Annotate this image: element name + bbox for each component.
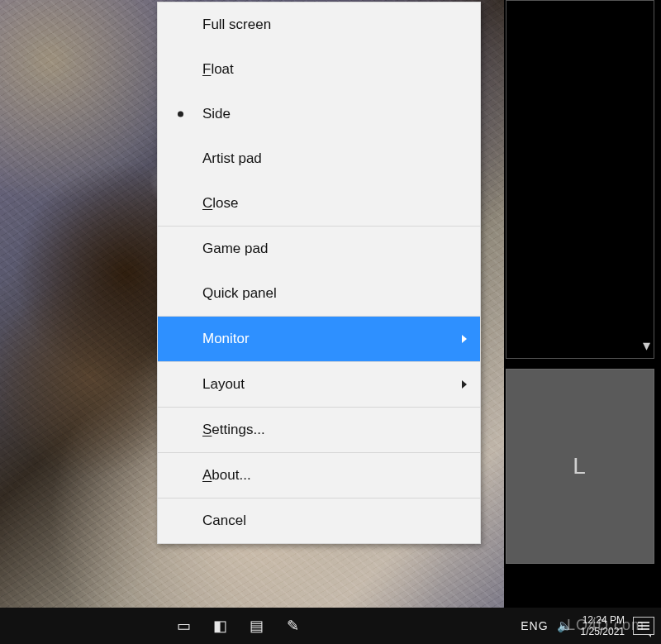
menu-item-label: Monitor <box>202 331 250 347</box>
menu-item-side[interactable]: Side <box>158 92 480 136</box>
menu-item-label: Cancel <box>202 513 246 529</box>
menu-item-settings[interactable]: Settings... <box>158 408 480 452</box>
menu-item-close[interactable]: Close <box>158 181 480 226</box>
action-center-icon[interactable] <box>633 617 654 635</box>
side-panel-lower[interactable]: L <box>506 369 654 564</box>
menu-item-artist-pad[interactable]: Artist pad <box>158 136 480 181</box>
submenu-arrow-icon <box>462 380 467 389</box>
taskbar: ▭ ◧ ▤ ✎ ENG 🔈 12:24 PM 1/25/2021 <box>0 608 661 644</box>
menu-item-full-screen[interactable]: Full screen <box>158 2 480 47</box>
menu-item-cancel[interactable]: Cancel <box>158 499 480 543</box>
submenu-arrow-icon <box>462 335 467 343</box>
chevron-down-icon[interactable]: ▾ <box>643 336 650 355</box>
menu-item-label: Settings... <box>202 422 265 438</box>
menu-item-layout[interactable]: Layout <box>158 362 480 407</box>
menu-item-float[interactable]: Float <box>158 47 480 92</box>
check-dot-icon <box>178 112 183 117</box>
menu-item-monitor[interactable]: Monitor <box>158 317 480 361</box>
menu-item-label: Quick panel <box>202 285 277 302</box>
taskbar-app-2[interactable]: ◧ <box>207 613 233 639</box>
ime-language[interactable]: ENG <box>521 619 548 632</box>
context-menu: Full screenFloatSideArtist padCloseGame … <box>157 2 481 544</box>
side-panel-upper[interactable]: ▾ <box>506 0 654 359</box>
menu-item-label: Game pad <box>202 241 268 257</box>
menu-item-quick-panel[interactable]: Quick panel <box>158 271 480 316</box>
menu-item-label: Layout <box>202 376 245 393</box>
taskbar-app-3[interactable]: ▤ <box>243 613 269 639</box>
menu-item-game-pad[interactable]: Game pad <box>158 227 480 271</box>
menu-item-about[interactable]: About... <box>158 453 480 498</box>
menu-item-label: Side <box>202 106 231 122</box>
menu-item-label: About... <box>202 467 251 484</box>
menu-item-label: Close <box>202 195 238 212</box>
system-tray: ENG 🔈 12:24 PM 1/25/2021 <box>521 614 661 638</box>
menu-item-label: Full screen <box>202 17 271 33</box>
taskbar-app-4[interactable]: ✎ <box>279 613 306 639</box>
clock-date: 1/25/2021 <box>581 626 625 637</box>
taskbar-app-1[interactable]: ▭ <box>170 613 197 639</box>
clock[interactable]: 12:24 PM 1/25/2021 <box>581 614 625 638</box>
menu-item-label: Artist pad <box>202 150 262 167</box>
menu-item-label: Float <box>202 61 234 78</box>
volume-icon[interactable]: 🔈 <box>557 618 573 633</box>
clock-time: 12:24 PM <box>581 614 625 626</box>
side-panel-letter: L <box>573 453 587 479</box>
